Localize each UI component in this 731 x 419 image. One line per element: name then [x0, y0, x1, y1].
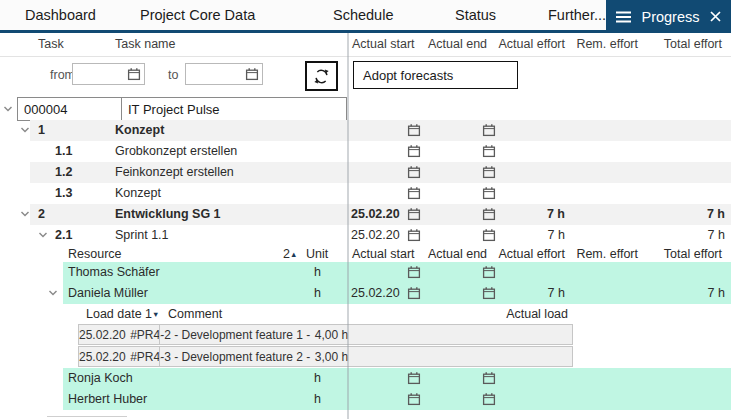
tab-project-core-data[interactable]: Project Core Data	[140, 0, 255, 30]
resource-unit: h	[314, 283, 321, 304]
actual-start-value: 25.02.20	[351, 283, 400, 304]
total-effort-value: 7 h	[707, 204, 725, 225]
load-comment: #PR4-3 - Development feature 2 -	[130, 350, 310, 364]
resource-sort-indicator[interactable]: 2▲	[283, 246, 297, 262]
task-name: Konzept	[115, 183, 161, 204]
calendar-icon[interactable]	[407, 144, 421, 158]
chevron-down-icon[interactable]	[48, 289, 58, 297]
close-icon[interactable]	[710, 11, 721, 22]
resource-unit: h	[314, 368, 321, 389]
adopt-forecasts-button[interactable]: Adopt forecasts	[353, 61, 518, 89]
calendar-icon[interactable]	[482, 392, 496, 406]
to-date-input[interactable]	[185, 63, 263, 85]
load-date: 25.02.20	[79, 350, 126, 364]
task-name: Entwicklung SG 1	[115, 204, 221, 225]
task-number: 1	[38, 120, 45, 141]
actual-load-value: 3,00 h	[315, 350, 348, 364]
resource-row[interactable]: Ronja Koch h	[0, 368, 731, 389]
tab-further[interactable]: Further...	[548, 0, 606, 30]
refresh-icon	[312, 67, 331, 86]
pane-divider	[347, 33, 349, 419]
res-col-actual-end[interactable]: Actual end	[428, 246, 487, 262]
resource-row[interactable]: Thomas Schäfer h	[0, 262, 731, 283]
col-header-rem-effort[interactable]: Rem. effort	[576, 33, 638, 56]
resource-row[interactable]: Daniela Müller h 25.02.20 7 h 7 h	[0, 283, 731, 304]
chevron-down-icon[interactable]	[3, 105, 13, 113]
resource-name: Thomas Schäfer	[68, 262, 160, 283]
calendar-icon[interactable]	[482, 228, 496, 242]
project-name-field[interactable]: IT Project Pulse	[121, 97, 347, 121]
col-header-actual-effort[interactable]: Actual effort	[499, 33, 565, 56]
task-row[interactable]: 1 Konzept	[0, 120, 731, 141]
project-id-field[interactable]: 000004	[17, 97, 122, 121]
res-col-actual-start[interactable]: Actual start	[352, 246, 415, 262]
project-id: 000004	[24, 102, 67, 117]
tab-schedule[interactable]: Schedule	[333, 0, 393, 30]
calendar-icon[interactable]	[482, 186, 496, 200]
actual-effort-value: 7 h	[547, 204, 565, 225]
cell-divider	[159, 325, 160, 344]
resource-column-header[interactable]: Resource	[68, 246, 122, 262]
refresh-button[interactable]	[305, 61, 338, 91]
calendar-icon[interactable]	[407, 165, 421, 179]
task-row[interactable]: 1.1 Grobkonzept erstellen	[0, 141, 731, 162]
unit-column-header[interactable]: Unit	[306, 246, 328, 262]
res-col-rem-effort[interactable]: Rem. effort	[576, 246, 638, 262]
cell-divider	[159, 347, 160, 366]
task-row[interactable]: 2 Entwicklung SG 1 25.02.20 7 h 7 h	[0, 204, 731, 225]
task-name: Feinkonzept erstellen	[115, 162, 234, 183]
calendar-icon[interactable]	[127, 67, 141, 81]
calendar-icon[interactable]	[407, 286, 421, 300]
chevron-down-icon[interactable]	[38, 231, 48, 239]
progress-window: Dashboard Project Core Data Schedule Sta…	[0, 0, 731, 419]
calendar-icon[interactable]	[407, 207, 421, 221]
col-header-actual-start[interactable]: Actual start	[352, 33, 415, 56]
task-row[interactable]: 1.2 Feinkonzept erstellen	[0, 162, 731, 183]
task-number: 1.2	[55, 162, 72, 183]
tab-dashboard[interactable]: Dashboard	[25, 0, 96, 30]
from-date-input[interactable]	[72, 63, 145, 85]
comment-column-header[interactable]: Comment	[168, 304, 222, 324]
chevron-down-icon[interactable]	[20, 126, 30, 134]
task-row[interactable]: 1.3 Konzept	[0, 183, 731, 204]
project-name: IT Project Pulse	[128, 102, 220, 117]
col-header-total-effort[interactable]: Total effort	[664, 33, 722, 56]
calendar-icon[interactable]	[407, 228, 421, 242]
chevron-down-icon[interactable]	[20, 210, 30, 218]
tab-progress[interactable]: Progress	[606, 0, 731, 33]
calendar-icon[interactable]	[482, 123, 496, 137]
col-header-actual-end[interactable]: Actual end	[428, 33, 487, 56]
calendar-icon[interactable]	[407, 265, 421, 279]
load-row[interactable]: 25.02.20 #PR4-2 - Development feature 1 …	[78, 324, 573, 345]
calendar-icon[interactable]	[407, 371, 421, 385]
calendar-icon[interactable]	[407, 392, 421, 406]
calendar-icon[interactable]	[482, 165, 496, 179]
res-col-actual-effort[interactable]: Actual effort	[499, 246, 565, 262]
calendar-icon[interactable]	[482, 144, 496, 158]
load-date-column-header[interactable]: Load date 1▼	[86, 304, 159, 324]
calendar-icon[interactable]	[482, 286, 496, 300]
task-number: 2	[38, 204, 45, 225]
actual-effort-value: 7 h	[548, 225, 565, 246]
res-col-total-effort[interactable]: Total effort	[664, 246, 722, 262]
col-header-task[interactable]: Task	[38, 33, 64, 56]
menu-icon[interactable]	[616, 11, 631, 23]
task-number: 1.1	[55, 141, 72, 162]
calendar-icon[interactable]	[407, 186, 421, 200]
resource-name: Ronja Koch	[68, 368, 133, 389]
calendar-icon[interactable]	[482, 371, 496, 385]
calendar-icon[interactable]	[407, 123, 421, 137]
load-row[interactable]: 25.02.20 #PR4-3 - Development feature 2 …	[78, 346, 573, 367]
actual-load-column-header[interactable]: Actual load	[506, 304, 568, 324]
tab-progress-label: Progress	[640, 9, 701, 25]
load-date: 25.02.20	[79, 328, 126, 342]
task-name: Konzept	[115, 120, 164, 141]
calendar-icon[interactable]	[245, 67, 259, 81]
calendar-icon[interactable]	[482, 207, 496, 221]
task-number: 1.3	[55, 183, 72, 204]
resource-row[interactable]: Herbert Huber h	[0, 389, 731, 410]
tab-status[interactable]: Status	[455, 0, 496, 30]
calendar-icon[interactable]	[482, 265, 496, 279]
task-row[interactable]: 2.1 Sprint 1.1 25.02.20 7 h 7 h	[0, 225, 731, 246]
col-header-task-name[interactable]: Task name	[115, 33, 175, 56]
